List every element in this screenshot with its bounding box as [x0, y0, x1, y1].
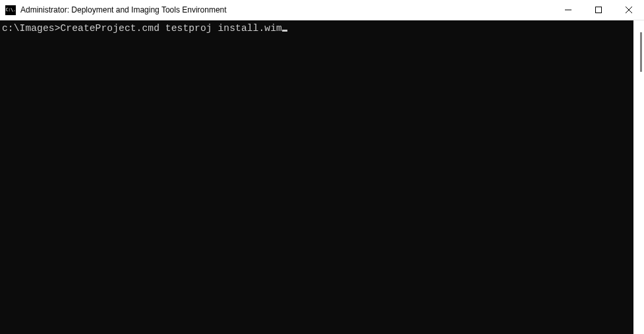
terminal-cursor: [282, 30, 287, 32]
maximize-icon: [595, 7, 602, 13]
terminal-area[interactable]: c:\Images>CreateProject.cmd testproj ins…: [0, 20, 644, 334]
cmd-icon: C:\.: [5, 5, 16, 15]
titlebar: C:\. Administrator: Deployment and Imagi…: [0, 0, 644, 20]
terminal-prompt: c:\Images>: [2, 23, 61, 34]
scrollbar-track[interactable]: [633, 20, 644, 334]
maximize-button[interactable]: [583, 0, 614, 20]
cmd-icon-text: C:\.: [6, 8, 16, 13]
window-controls: [553, 0, 644, 20]
close-button[interactable]: [614, 0, 644, 20]
terminal-command: CreateProject.cmd testproj install.wim: [61, 23, 282, 34]
window-title: Administrator: Deployment and Imaging To…: [20, 5, 553, 14]
minimize-button[interactable]: [553, 0, 583, 20]
minimize-icon: [565, 7, 571, 13]
terminal-content[interactable]: c:\Images>CreateProject.cmd testproj ins…: [0, 20, 633, 334]
close-icon: [626, 7, 632, 13]
scrollbar-thumb[interactable]: [640, 32, 642, 72]
svg-rect-1: [596, 7, 602, 13]
